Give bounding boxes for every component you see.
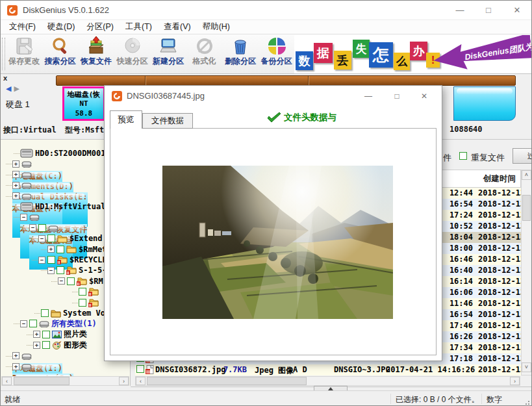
tree-item[interactable]: −S-1-5-: [47, 265, 107, 275]
expand-toggle[interactable]: −: [58, 277, 65, 285]
toolbar-button-backup-partition[interactable]: 备份分区: [259, 36, 295, 73]
toolbar-button-new-partition[interactable]: 新建分区: [150, 36, 186, 73]
tree-item[interactable]: +图形类: [33, 340, 87, 350]
tree-checkbox[interactable]: [29, 320, 37, 327]
toolbar-button-quick-partition[interactable]: 快速分区: [114, 36, 151, 73]
file-vscrollbar[interactable]: ˄ ˅: [521, 170, 532, 375]
expand-toggle[interactable]: −: [38, 257, 45, 264]
toolbar-button-search-partition[interactable]: 搜索分区: [42, 36, 79, 73]
partition-size: 58.8: [64, 109, 103, 118]
expand-toggle[interactable]: −: [38, 235, 45, 242]
toolbar-button-save-changes[interactable]: 保存更改: [6, 36, 42, 73]
tree-checkbox[interactable]: [42, 331, 50, 338]
tree-item[interactable]: System Vo: [41, 308, 105, 318]
expand-toggle[interactable]: +: [12, 182, 19, 189]
tree-item[interactable]: −$RM: [58, 276, 103, 286]
disk-nav-arrows[interactable]: ◀▶: [6, 84, 22, 93]
close-button[interactable]: ✕: [503, 1, 531, 20]
resize-grip[interactable]: [523, 398, 529, 405]
menu-item-file[interactable]: 文件(F): [3, 21, 42, 32]
menu-item-tools[interactable]: 工具(T): [120, 21, 158, 32]
menu-item-partition[interactable]: 分区(P): [81, 21, 120, 32]
tree-checkbox[interactable]: [42, 341, 50, 349]
file-row[interactable]: DNSGI036872.jpg 7.7KB Jpeg 图像 A D DNSGIO…: [135, 364, 521, 375]
expand-toggle[interactable]: +: [12, 160, 19, 168]
tree-checkbox[interactable]: [41, 309, 49, 317]
toolbar-button-label: 恢复文件: [81, 57, 112, 66]
duplicate-files-checkbox[interactable]: [459, 152, 467, 160]
expand-toggle[interactable]: −: [29, 224, 36, 231]
tree-item[interactable]: −$RECYCLE.: [38, 255, 112, 265]
column-created-time[interactable]: 创建时间: [474, 173, 526, 184]
tree-item[interactable]: +照片类: [33, 329, 87, 340]
tree-checkbox[interactable]: [79, 288, 86, 296]
tree-item[interactable]: +本地磁盘(C:): [12, 159, 32, 169]
scroll-right-icon[interactable]: ›: [119, 377, 129, 385]
tree-checkbox[interactable]: [47, 235, 55, 242]
tab-file-data[interactable]: 文件数据: [142, 113, 193, 129]
dialog-close-button[interactable]: ✕: [412, 86, 436, 107]
tree-checkbox[interactable]: [57, 266, 64, 274]
scroll-down-icon[interactable]: ˅: [522, 362, 531, 372]
toolbar-button-delete-partition[interactable]: 删除分区: [222, 36, 259, 73]
filter-button[interactable]: 过: [513, 148, 532, 164]
scroll-right-icon[interactable]: ›: [510, 377, 520, 385]
expand-toggle[interactable]: +: [47, 246, 55, 253]
menu-item-view[interactable]: 查看(V): [158, 21, 197, 32]
disk-bar[interactable]: [56, 75, 516, 86]
expand-toggle[interactable]: +: [12, 192, 19, 199]
tree-checkbox[interactable]: [47, 256, 55, 264]
toolbar-button-format[interactable]: 格式化: [186, 36, 223, 73]
tree-checkbox[interactable]: [67, 277, 75, 285]
toolbar-button-label: 新建分区: [153, 57, 184, 66]
file-checkbox[interactable]: [136, 365, 144, 373]
prev-disk-icon[interactable]: ◀: [6, 84, 14, 92]
tab-preview[interactable]: 预览: [110, 110, 142, 129]
dialog-title-bar[interactable]: DNSGI03687445.jpg — □ ✕: [105, 86, 442, 107]
expand-toggle[interactable]: −: [47, 267, 55, 274]
scroll-left-icon[interactable]: ‹: [2, 377, 12, 385]
tree-hscrollbar[interactable]: ‹ ›: [1, 376, 129, 386]
expand-toggle[interactable]: +: [12, 363, 19, 370]
tree-item[interactable]: −本地磁盘(当: [29, 223, 58, 233]
expand-toggle[interactable]: +: [33, 342, 40, 349]
dialog-minimize-button[interactable]: —: [357, 86, 380, 107]
file-vscroll-thumb[interactable]: [522, 195, 531, 221]
tree-item[interactable]: [79, 298, 101, 308]
panel-close-icon[interactable]: x: [3, 74, 7, 82]
tree-item[interactable]: +$RmMet: [47, 244, 107, 255]
tree-item[interactable]: +Virtual Disks(E:: [12, 180, 32, 190]
expand-toggle[interactable]: +: [12, 352, 19, 359]
partition-block-selected[interactable]: 地磁盘(恢 NT 58.8: [62, 86, 105, 121]
next-disk-icon[interactable]: ▶: [14, 84, 21, 92]
expand-toggle[interactable]: −: [20, 214, 27, 221]
tree-hscroll-thumb[interactable]: [14, 377, 70, 385]
tree-item-label: System Vo: [63, 309, 105, 318]
minimize-button[interactable]: —: [446, 1, 474, 20]
expand-toggle[interactable]: +: [33, 331, 40, 338]
tree-item[interactable]: −本地磁盘(恢复文件: [20, 212, 40, 222]
file-hscroll-thumb[interactable]: [147, 377, 307, 385]
scroll-left-icon[interactable]: ‹: [136, 377, 146, 385]
dialog-maximize-button[interactable]: □: [385, 86, 409, 107]
tree-item[interactable]: [79, 286, 101, 297]
tree-item[interactable]: +Documents(D:): [12, 170, 32, 180]
tree-item[interactable]: +Documents(G:): [12, 361, 32, 372]
file-hscrollbar[interactable]: ‹ ›: [135, 376, 520, 386]
expand-toggle[interactable]: −: [20, 320, 27, 327]
expand-toggle[interactable]: +: [12, 171, 19, 178]
toolbar-button-recover-files[interactable]: 恢复文件: [78, 36, 114, 73]
file-created-date: 2018-12-13: [478, 244, 521, 253]
menu-item-help[interactable]: 帮助(H): [197, 21, 236, 32]
partition-block[interactable]: [453, 86, 516, 121]
tree-checkbox[interactable]: [57, 246, 64, 253]
tree-checkbox[interactable]: [79, 299, 86, 307]
tree-item[interactable]: +本地磁盘(I:): [12, 351, 32, 361]
menu-item-disk[interactable]: 硬盘(D): [42, 21, 81, 32]
tree-item[interactable]: −所有类型(1): [20, 318, 97, 329]
tree-item[interactable]: −$Extend: [38, 233, 103, 244]
tree-item[interactable]: +本地磁盘(F:): [12, 191, 32, 201]
tree-checkbox[interactable]: [38, 224, 46, 232]
maximize-button[interactable]: □: [474, 1, 503, 20]
scroll-up-icon[interactable]: ˄: [522, 170, 531, 180]
